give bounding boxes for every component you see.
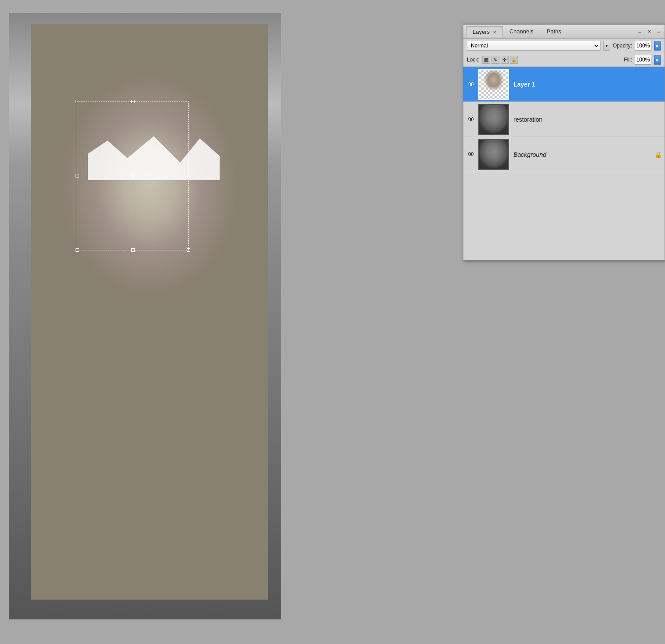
background-visibility-toggle[interactable]: 👁 (466, 151, 477, 159)
photo-background (9, 13, 281, 619)
layer-item-background[interactable]: 👁 Background 🔒 (463, 137, 665, 172)
tab-layers[interactable]: Layers ✕ (466, 26, 503, 37)
tab-channels-label: Channels (510, 28, 534, 35)
tab-paths[interactable]: Paths (540, 26, 568, 37)
fill-arrow[interactable]: ▶ (654, 55, 661, 65)
background-thumb-face (479, 140, 508, 169)
layer-item-restoration[interactable]: 👁 restoration (463, 102, 665, 137)
layer-item-layer1[interactable]: 👁 Layer 1 (463, 67, 665, 102)
layers-scroll-wrapper: 👁 Layer 1 👁 restoration (463, 67, 665, 260)
lock-image-pixels-button[interactable]: ✎ (492, 56, 499, 64)
panel-minimize-button[interactable]: – (636, 28, 643, 35)
tab-paths-label: Paths (547, 28, 561, 35)
opacity-label: Opacity: (613, 43, 632, 49)
blend-opacity-row: Normal ▼ Opacity: ▶ (463, 39, 665, 53)
tab-layers-label: Layers (473, 29, 490, 35)
fill-label: Fill: (624, 57, 632, 63)
layer1-eye-icon: 👁 (468, 80, 475, 88)
tab-layers-close[interactable]: ✕ (493, 30, 496, 35)
background-name: Background (513, 151, 546, 158)
layer1-face-overlay (479, 70, 508, 99)
panel-title-buttons: – ✕ ≡ (636, 28, 662, 35)
opacity-input[interactable] (635, 41, 651, 51)
lock-label: Lock: (467, 57, 480, 63)
blend-mode-arrow[interactable]: ▼ (603, 41, 610, 51)
lock-icons-group: ▨ ✎ ✛ 🔒 (482, 56, 518, 64)
opacity-arrow[interactable]: ▶ (654, 41, 661, 51)
background-eye-icon: 👁 (468, 151, 475, 159)
panel-tabs: Layers ✕ Channels Paths (466, 26, 568, 37)
background-lock-icon: 🔒 (654, 151, 662, 158)
background-thumbnail (478, 139, 509, 170)
layers-empty-area (463, 172, 665, 260)
restoration-visibility-toggle[interactable]: 👁 (466, 116, 477, 123)
tab-channels[interactable]: Channels (503, 26, 540, 37)
layer1-visibility-toggle[interactable]: 👁 (466, 80, 477, 88)
portrait-face (31, 24, 268, 600)
restoration-eye-icon: 👁 (468, 116, 475, 123)
panel-menu-button[interactable]: ≡ (656, 28, 662, 35)
restoration-thumbnail (478, 104, 509, 135)
layers-panel: Layers ✕ Channels Paths – ✕ ≡ Normal ▼ O… (463, 24, 665, 260)
lock-transparent-pixels-button[interactable]: ▨ (482, 56, 490, 64)
layers-list: 👁 Layer 1 👁 restoration (463, 67, 665, 172)
panel-close-button[interactable]: ✕ (646, 28, 653, 35)
lock-fill-row: Lock: ▨ ✎ ✛ 🔒 Fill: ▶ (463, 53, 665, 67)
lock-position-button[interactable]: ✛ (501, 56, 509, 64)
fill-input[interactable] (635, 55, 651, 65)
layer1-thumbnail (478, 69, 509, 100)
lock-all-button[interactable]: 🔒 (510, 56, 518, 64)
layer1-name: Layer 1 (513, 81, 535, 88)
restoration-name: restoration (513, 116, 542, 123)
panel-titlebar: Layers ✕ Channels Paths – ✕ ≡ (463, 25, 665, 39)
restoration-thumb-face (479, 105, 508, 134)
blend-mode-select[interactable]: Normal (467, 41, 600, 51)
